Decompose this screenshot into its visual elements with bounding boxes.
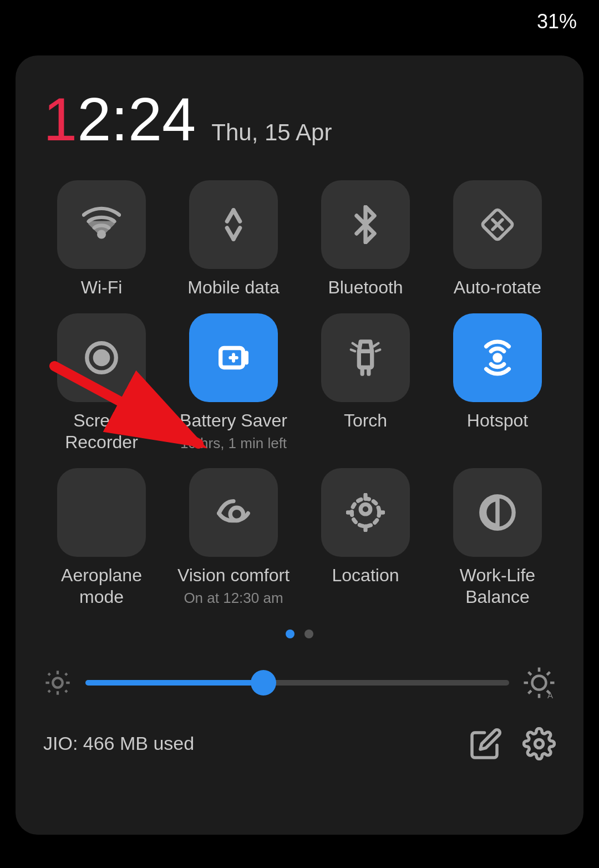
battery-status: 31%	[537, 10, 577, 33]
tile-aeroplane-mode[interactable]: Aeroplane mode	[43, 468, 160, 607]
tile-icon-hotspot	[453, 313, 542, 402]
svg-line-48	[529, 691, 531, 693]
clock-section: 12:24 Thu, 15 Apr	[43, 89, 556, 150]
hotspot-icon	[478, 338, 517, 377]
tile-icon-mobile-data	[189, 180, 278, 269]
tile-label-location: Location	[332, 565, 399, 586]
pagination-dots	[43, 630, 556, 638]
svg-rect-15	[359, 352, 372, 368]
tile-icon-auto-rotate	[453, 180, 542, 269]
tile-icon-work-life	[453, 468, 542, 557]
brightness-thumb[interactable]	[251, 670, 276, 696]
tile-icon-torch	[321, 313, 410, 402]
battery-saver-icon	[214, 338, 253, 377]
tile-auto-rotate[interactable]: Auto-rotate	[439, 180, 556, 298]
gear-icon	[522, 727, 556, 760]
tile-icon-bluetooth	[321, 180, 410, 269]
svg-point-23	[230, 507, 243, 520]
tile-battery-saver[interactable]: Battery Saver 10 hrs, 1 min left	[175, 313, 292, 453]
work-life-icon	[478, 493, 517, 532]
svg-point-10	[95, 352, 108, 364]
tile-screen-recorder[interactable]: Screen Recorder	[43, 313, 160, 453]
tile-icon-wifi	[57, 180, 146, 269]
tile-label-auto-rotate: Auto-rotate	[454, 277, 541, 298]
svg-line-19	[374, 343, 379, 347]
tile-icon-aeroplane	[57, 468, 146, 557]
screen-recorder-icon	[82, 338, 121, 377]
tile-torch[interactable]: Torch	[307, 313, 424, 453]
svg-line-39	[48, 691, 50, 692]
pencil-icon	[469, 727, 502, 760]
svg-marker-1	[90, 223, 113, 234]
svg-line-20	[351, 350, 355, 352]
tile-label-torch: Torch	[344, 410, 387, 431]
dot-2	[304, 630, 313, 638]
tile-label-work-life: Work-Life Balance	[439, 565, 556, 607]
tile-bluetooth[interactable]: Bluetooth	[307, 180, 424, 298]
brightness-fill	[85, 680, 263, 686]
brightness-row: A	[43, 666, 556, 699]
brightness-high-icon: A	[522, 666, 556, 699]
svg-point-24	[361, 505, 370, 515]
tile-label-battery-saver: Battery Saver	[180, 410, 287, 431]
bottom-icons	[469, 727, 556, 760]
mobile-data-icon	[214, 205, 253, 244]
svg-point-41	[532, 676, 546, 689]
svg-line-44	[529, 672, 531, 675]
svg-point-51	[535, 739, 544, 748]
tile-sublabel-battery-saver: 10 hrs, 1 min left	[180, 435, 287, 452]
edit-button[interactable]	[469, 727, 502, 760]
vision-comfort-icon	[214, 493, 253, 532]
tile-icon-location	[321, 468, 410, 557]
tile-label-bluetooth: Bluetooth	[328, 277, 403, 298]
torch-icon	[346, 338, 385, 377]
tile-label-screen-recorder: Screen Recorder	[43, 410, 160, 453]
tile-label-mobile-data: Mobile data	[187, 277, 279, 298]
svg-line-36	[65, 691, 67, 692]
tile-wifi[interactable]: Wi-Fi	[43, 180, 160, 298]
aeroplane-icon	[82, 493, 121, 532]
clock-time-red: 1	[43, 85, 77, 153]
tile-icon-vision-comfort	[189, 468, 278, 557]
svg-line-5	[233, 228, 240, 239]
tiles-grid: Wi-Fi Mobile data Bluetooth	[43, 180, 556, 607]
location-icon	[346, 493, 385, 532]
svg-point-22	[493, 353, 502, 363]
svg-line-40	[65, 673, 67, 675]
tile-icon-screen-recorder	[57, 313, 146, 402]
tile-label-hotspot: Hotspot	[467, 410, 528, 431]
brightness-slider[interactable]	[85, 680, 509, 686]
tile-location[interactable]: Location	[307, 468, 424, 607]
quick-settings-panel: 12:24 Thu, 15 Apr Wi-Fi	[16, 55, 583, 835]
svg-point-32	[53, 678, 62, 687]
svg-line-21	[376, 350, 380, 352]
tile-hotspot[interactable]: Hotspot	[439, 313, 556, 453]
bluetooth-icon	[346, 205, 385, 244]
auto-rotate-icon	[478, 205, 517, 244]
svg-text:A: A	[547, 690, 553, 699]
tile-vision-comfort[interactable]: Vision comfort On at 12:30 am	[175, 468, 292, 607]
settings-button[interactable]	[522, 727, 556, 760]
svg-line-49	[547, 672, 550, 675]
svg-line-35	[48, 673, 50, 675]
tile-label-wifi: Wi-Fi	[81, 277, 123, 298]
svg-line-18	[353, 343, 358, 347]
dot-1	[286, 630, 295, 638]
clock-date: Thu, 15 Apr	[211, 119, 332, 146]
tile-label-aeroplane: Aeroplane mode	[43, 565, 160, 607]
bottom-bar: JIO: 466 MB used	[43, 727, 556, 760]
tile-sublabel-vision-comfort: On at 12:30 am	[184, 590, 283, 607]
tile-work-life-balance[interactable]: Work-Life Balance	[439, 468, 556, 607]
tile-label-vision-comfort: Vision comfort	[177, 565, 290, 586]
clock-time: 12:24	[43, 89, 196, 150]
brightness-low-icon	[43, 668, 72, 697]
wifi-icon	[82, 205, 121, 244]
data-used-label: JIO: 466 MB used	[43, 733, 194, 754]
tile-mobile-data[interactable]: Mobile data	[175, 180, 292, 298]
svg-line-3	[233, 210, 240, 221]
clock-time-rest: 2:24	[77, 85, 196, 153]
tile-icon-battery-saver	[189, 313, 278, 402]
